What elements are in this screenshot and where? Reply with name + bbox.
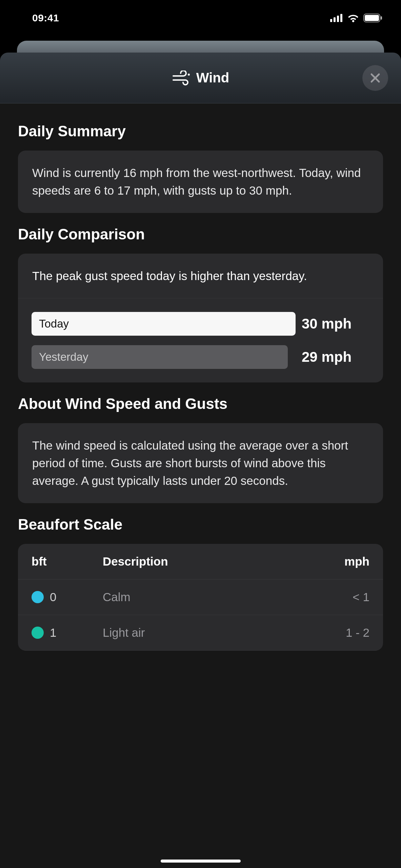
sheet-title: Wind [196, 70, 229, 85]
beaufort-table: bft Description mph 0 Calm < 1 1 [18, 544, 383, 651]
col-header-bft: bft [32, 555, 103, 568]
about-card: The wind speed is calculated using the a… [18, 423, 383, 503]
bar-yesterday: Yesterday [32, 345, 288, 369]
svg-rect-5 [365, 15, 379, 21]
svg-rect-3 [340, 14, 342, 22]
wind-icon [172, 71, 191, 85]
comparison-chart: Today 30 mph Yesterday 29 mph [18, 298, 383, 382]
section-title-daily-summary: Daily Summary [18, 123, 383, 140]
comparison-bar-today: Today 30 mph [32, 312, 369, 336]
comparison-bar-yesterday: Yesterday 29 mph [32, 345, 369, 369]
beaufort-mph: 1 - 2 [302, 626, 369, 639]
bar-label: Yesterday [39, 351, 88, 363]
bft-cell: 0 [32, 590, 103, 604]
bar-today: Today [32, 312, 296, 336]
col-header-mph: mph [302, 555, 369, 568]
beaufort-desc: Calm [103, 590, 302, 604]
section-title-beaufort: Beaufort Scale [18, 516, 383, 533]
bft-value: 1 [50, 626, 56, 639]
home-indicator[interactable] [161, 860, 241, 863]
about-text: The wind speed is calculated using the a… [32, 437, 369, 489]
col-header-desc: Description [103, 555, 302, 568]
daily-summary-card: Wind is currently 16 mph from the west-n… [18, 151, 383, 213]
battery-icon [363, 14, 382, 22]
section-title-about: About Wind Speed and Gusts [18, 395, 383, 412]
bar-value-today: 30 mph [302, 316, 369, 332]
bar-value-yesterday: 29 mph [302, 349, 369, 365]
sheet-header: Wind [0, 53, 401, 103]
close-icon [369, 72, 381, 84]
wifi-icon [347, 14, 359, 22]
svg-rect-1 [334, 17, 336, 22]
status-time: 09:41 [32, 12, 59, 24]
beaufort-swatch [32, 591, 44, 603]
daily-summary-text: Wind is currently 16 mph from the west-n… [32, 164, 369, 199]
close-button[interactable] [362, 65, 388, 91]
section-title-daily-comparison: Daily Comparison [18, 226, 383, 243]
daily-comparison-card: The peak gust speed today is higher than… [18, 254, 383, 383]
beaufort-desc: Light air [103, 626, 302, 639]
svg-rect-2 [337, 16, 339, 22]
status-bar: 09:41 [0, 0, 401, 36]
table-row: 0 Calm < 1 [18, 579, 383, 615]
beaufort-mph: < 1 [302, 590, 369, 604]
beaufort-swatch [32, 627, 44, 639]
bar-label: Today [39, 317, 69, 330]
svg-rect-6 [381, 16, 382, 20]
wind-detail-sheet: Wind Daily Summary Wind is currently 16 … [0, 53, 401, 868]
status-icons [330, 14, 382, 22]
svg-point-7 [188, 74, 190, 76]
bft-value: 0 [50, 590, 56, 604]
cellular-icon [330, 14, 343, 22]
sheet-content[interactable]: Daily Summary Wind is currently 16 mph f… [0, 103, 401, 651]
bft-cell: 1 [32, 626, 103, 639]
daily-comparison-text: The peak gust speed today is higher than… [18, 254, 383, 299]
svg-rect-0 [330, 19, 332, 22]
table-row: 1 Light air 1 - 2 [18, 615, 383, 651]
table-header-row: bft Description mph [18, 544, 383, 579]
